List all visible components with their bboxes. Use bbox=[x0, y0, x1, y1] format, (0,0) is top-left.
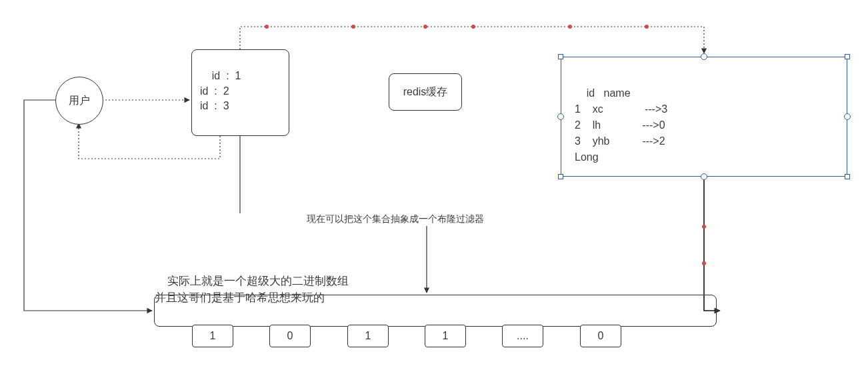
redis-label: redis缓存 bbox=[403, 85, 448, 99]
selection-handle-ne[interactable] bbox=[845, 54, 850, 59]
bit-cell-1: 0 bbox=[269, 325, 311, 347]
user-node: 用户 bbox=[55, 77, 103, 125]
bit-cell-3: 1 bbox=[425, 325, 466, 347]
selection-handle-e[interactable] bbox=[844, 113, 851, 120]
annotation-abstract-to-bloom: 现在可以把这个集合抽象成一个布隆过滤器 bbox=[307, 212, 484, 226]
bit-cell-4: .... bbox=[502, 325, 543, 347]
svg-point-10 bbox=[702, 225, 706, 229]
id-list-text: id : 1 id : 2 id : 3 bbox=[200, 70, 241, 111]
bit-cell-5: 0 bbox=[580, 325, 621, 347]
svg-point-4 bbox=[471, 25, 475, 29]
database-table-text: id name 1 xc --->3 2 lh --->0 3 yhb --->… bbox=[575, 87, 667, 163]
diagram-canvas: 用户 id : 1 id : 2 id : 3 redis缓存 id name … bbox=[0, 0, 868, 366]
svg-point-3 bbox=[423, 25, 427, 29]
bit-array-box bbox=[154, 295, 717, 327]
redis-cache-box: redis缓存 bbox=[389, 73, 462, 111]
database-table-box[interactable]: id name 1 xc --->3 2 lh --->0 3 yhb --->… bbox=[561, 57, 847, 177]
svg-point-2 bbox=[351, 25, 355, 29]
selection-handle-sw[interactable] bbox=[558, 174, 563, 179]
selection-handle-se[interactable] bbox=[845, 174, 850, 179]
svg-point-11 bbox=[702, 261, 706, 265]
selection-handle-nw[interactable] bbox=[558, 54, 563, 59]
svg-point-5 bbox=[568, 25, 572, 29]
user-label: 用户 bbox=[69, 94, 90, 108]
selection-handle-w[interactable] bbox=[557, 113, 564, 120]
selection-handle-s[interactable] bbox=[701, 173, 707, 180]
bit-cell-0: 1 bbox=[192, 325, 233, 347]
bit-cell-2: 1 bbox=[347, 325, 389, 347]
selection-handle-n[interactable] bbox=[701, 53, 707, 60]
svg-point-1 bbox=[265, 25, 269, 29]
svg-point-6 bbox=[645, 25, 649, 29]
id-list-box: id : 1 id : 2 id : 3 bbox=[191, 49, 289, 136]
